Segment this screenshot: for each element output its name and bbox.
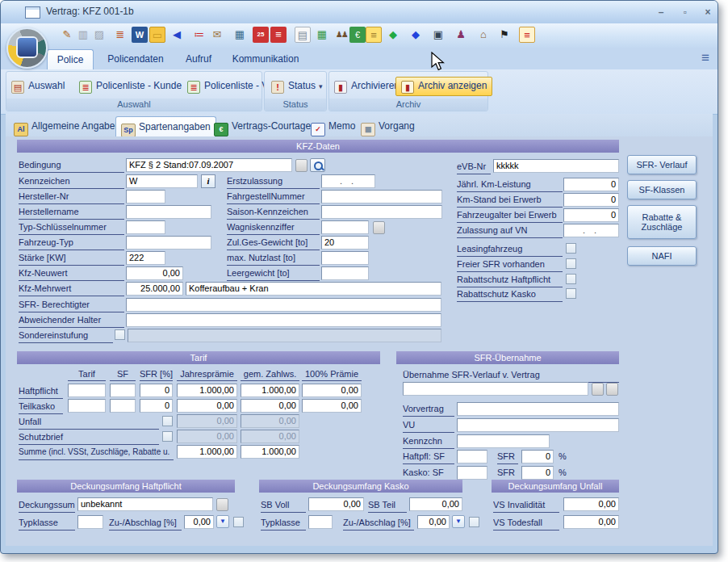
table-icon[interactable]: ▦ bbox=[314, 27, 330, 43]
vs-todesfall-field[interactable]: 0,00 bbox=[563, 515, 619, 529]
note-icon[interactable]: ≡ bbox=[366, 27, 382, 43]
bedingung-search-button[interactable] bbox=[310, 158, 325, 172]
subtab-memo[interactable]: ✓Memo bbox=[306, 116, 361, 136]
haftpflicht-gem-zahlws-field[interactable]: 1.000,00 bbox=[241, 384, 299, 397]
kasko-sfr-field[interactable]: 0 bbox=[521, 466, 554, 480]
saison-kennzeichen-field[interactable] bbox=[321, 205, 442, 219]
haftpfl-sf-field[interactable] bbox=[457, 450, 487, 463]
tab-policendaten[interactable]: Policendaten bbox=[98, 49, 174, 69]
policenliste-vu-button[interactable]: ≣Policenliste - VU bbox=[187, 78, 275, 95]
unfall-checkbox[interactable] bbox=[162, 416, 173, 426]
diamond-plus-icon[interactable]: ◆ bbox=[385, 27, 401, 43]
herstellername-field[interactable] bbox=[126, 205, 211, 219]
leasingfahrzeug-checkbox[interactable] bbox=[566, 243, 576, 254]
kennzchn-field[interactable] bbox=[457, 434, 550, 448]
kfz-mehrwert-field[interactable]: 25.000,00 bbox=[126, 282, 183, 296]
erstzulassung-field[interactable]: . . bbox=[321, 174, 375, 188]
calendar-day-icon[interactable]: 25 bbox=[253, 27, 269, 43]
zu-abschlag-kasko-checkbox[interactable] bbox=[469, 517, 479, 527]
ribbon-menu-icon[interactable]: ≡ bbox=[701, 50, 709, 66]
kfz-neuwert-field[interactable]: 0,00 bbox=[126, 266, 183, 280]
chart-screen-icon[interactable]: ▦ bbox=[232, 27, 248, 43]
bedingung-field[interactable]: KFZ § 2 Stand:07.09.2007 bbox=[126, 158, 292, 172]
calendar-list-icon[interactable]: ≡ bbox=[270, 27, 287, 43]
zu-abschlag-haftpflicht-checkbox[interactable] bbox=[233, 517, 244, 527]
zu-abschlag-kasko-dropdown[interactable]: ▼ bbox=[452, 515, 465, 528]
typ-schluesselnummer-field[interactable] bbox=[126, 220, 165, 234]
nafi-button[interactable]: NAFI bbox=[627, 246, 697, 266]
haftpflicht-jahrespraemie-field[interactable]: 1.000,00 bbox=[177, 384, 237, 397]
deckungssum-field[interactable]: unbekannt bbox=[77, 497, 213, 511]
sondereinstufung-field[interactable] bbox=[128, 329, 441, 342]
tasks-icon[interactable]: ≡ bbox=[519, 27, 535, 43]
typklasse-haftpflicht-field[interactable] bbox=[77, 515, 103, 529]
wagniskennziffer-field[interactable] bbox=[321, 220, 369, 234]
uebernahme-vertrag-field[interactable] bbox=[403, 382, 588, 396]
wagniskennziffer-button[interactable] bbox=[373, 221, 385, 234]
schutzbrief-checkbox[interactable] bbox=[162, 431, 173, 442]
haftpflicht-tarif-field[interactable] bbox=[68, 384, 106, 397]
staerke-field[interactable]: 222 bbox=[126, 251, 165, 265]
mail-icon[interactable]: ✉ bbox=[209, 27, 225, 43]
tab-aufruf[interactable]: Aufruf bbox=[175, 49, 222, 69]
evb-nr-field[interactable]: kkkkk bbox=[493, 159, 619, 173]
leergewicht-field[interactable] bbox=[321, 266, 369, 280]
haftpfl-sfr-field[interactable]: 0 bbox=[521, 450, 554, 463]
zu-abschlag-kasko-field[interactable]: 0,00 bbox=[417, 515, 450, 529]
close-button[interactable]: × bbox=[700, 6, 716, 18]
jaehrl-km-leistung-field[interactable]: 0 bbox=[563, 178, 619, 191]
tab-police[interactable]: Police bbox=[47, 49, 94, 70]
teilkasko-tarif-field[interactable] bbox=[68, 399, 106, 413]
max-nutzlast-field[interactable] bbox=[321, 251, 369, 265]
money-icon[interactable]: € bbox=[349, 27, 366, 43]
rabattschutz-haftpflicht-checkbox[interactable] bbox=[566, 274, 576, 284]
word-export-icon[interactable]: W bbox=[132, 27, 148, 43]
tab-kommunikation[interactable]: Kommunikation bbox=[224, 49, 308, 69]
archiv-anzeigen-button[interactable]: ▮Archiv anzeigen bbox=[395, 77, 492, 96]
diamond-icon[interactable]: ◆ bbox=[408, 27, 424, 43]
app-logo[interactable] bbox=[6, 27, 48, 69]
back-icon[interactable]: ◀ bbox=[169, 27, 185, 43]
uebernahme-button-1[interactable] bbox=[592, 383, 604, 396]
teilkasko-sf-field[interactable] bbox=[110, 399, 136, 413]
auswahl-button[interactable]: ▤Auswahl bbox=[11, 78, 65, 95]
typklasse-kasko-field[interactable] bbox=[308, 515, 333, 529]
zu-abschlag-haftpflicht-field[interactable]: 0,00 bbox=[184, 515, 214, 529]
home-icon[interactable]: ⌂ bbox=[475, 27, 492, 43]
flag-icon[interactable]: ⚑ bbox=[496, 27, 513, 43]
bedingung-extra-button[interactable] bbox=[295, 159, 308, 172]
computer-icon[interactable]: ▣ bbox=[430, 27, 446, 43]
edit-icon[interactable]: ✎ bbox=[59, 27, 75, 43]
sfr-verlauf-button[interactable]: SFR- Verlauf bbox=[627, 155, 697, 174]
kasko-sf-field[interactable] bbox=[457, 466, 487, 480]
status-button[interactable]: !Status▾ bbox=[271, 78, 323, 95]
fahrgestellnummer-field[interactable] bbox=[321, 190, 442, 203]
list-icon[interactable]: ≔ bbox=[191, 27, 207, 43]
kennzeichen-info-button[interactable]: i bbox=[201, 174, 215, 188]
maximize-button[interactable]: ▫ bbox=[677, 6, 693, 18]
person-icon[interactable]: ♟ bbox=[453, 27, 469, 43]
vs-invaliditaet-field[interactable]: 0,00 bbox=[563, 497, 619, 511]
sfr-berechtigter-field[interactable] bbox=[126, 298, 441, 312]
hersteller-nr-field[interactable] bbox=[126, 190, 165, 203]
report-icon[interactable]: ▤ bbox=[295, 27, 311, 43]
teilkasko-gem-zahlws-field[interactable]: 0,00 bbox=[241, 399, 299, 413]
deckungssum-button[interactable] bbox=[216, 498, 228, 511]
fahrzeug-typ-field[interactable] bbox=[126, 236, 211, 250]
contacts-icon[interactable]: ♟♟ bbox=[333, 27, 349, 43]
rabattschutz-kasko-checkbox[interactable] bbox=[566, 288, 576, 299]
vorvertrag-field[interactable] bbox=[457, 402, 619, 416]
zul-ges-gewicht-field[interactable]: 20 bbox=[321, 236, 369, 250]
abweichender-halter-field[interactable] bbox=[126, 313, 441, 327]
policenliste-kunde-button[interactable]: ≣Policenliste - Kunde bbox=[79, 78, 182, 95]
archivieren-button[interactable]: ▮Archivieren bbox=[334, 78, 400, 95]
zu-abschlag-haftpflicht-dropdown[interactable]: ▼ bbox=[216, 515, 229, 528]
teilkasko-sfr-field[interactable]: 0 bbox=[140, 399, 173, 413]
sb-teil-field[interactable]: 0,00 bbox=[409, 497, 462, 511]
org-list-icon[interactable]: ≣ bbox=[112, 27, 128, 43]
minimize-button[interactable]: – bbox=[653, 6, 669, 18]
subtab-allgemeine-angaben[interactable]: AlAllgemeine Angaben bbox=[9, 116, 126, 136]
save-icon[interactable]: ▥ bbox=[75, 27, 91, 43]
zulassung-auf-vn-field[interactable]: . . bbox=[563, 224, 619, 237]
haftpflicht-sf-field[interactable] bbox=[110, 384, 136, 397]
